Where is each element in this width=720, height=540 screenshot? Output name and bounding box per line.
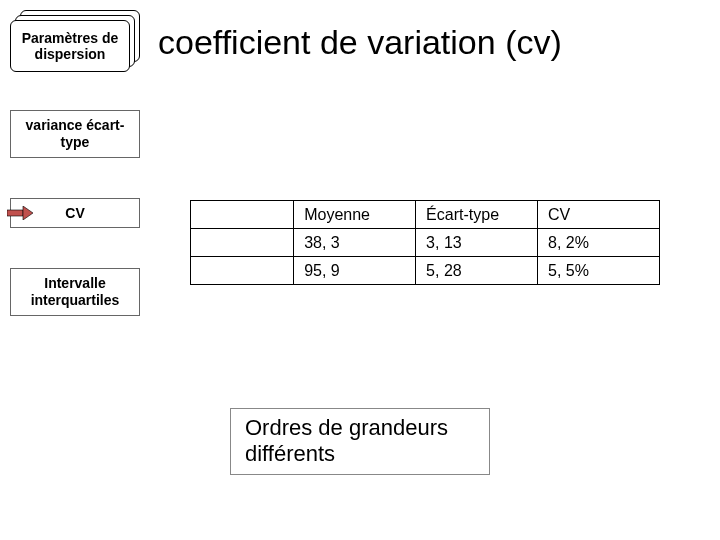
sidebar-item-label: CV (65, 205, 84, 221)
page-title: coefficient de variation (cv) (158, 23, 562, 62)
table-cell: 5, 5% (538, 257, 660, 285)
table-row: 38, 3 3, 13 8, 2% (191, 229, 660, 257)
sidebar: variance écart-type CV Intervalle interq… (10, 110, 140, 356)
stack-card-front: Paramètres de dispersion (10, 20, 130, 72)
table-cell-blank (191, 229, 294, 257)
svg-rect-0 (7, 210, 23, 216)
callout-box: Ordres de grandeurs différents (230, 408, 490, 475)
sidebar-item-iqr: Intervalle interquartiles (10, 268, 140, 316)
table-cell: 5, 28 (416, 257, 538, 285)
table-cell: 38, 3 (294, 229, 416, 257)
table-cell: 3, 13 (416, 229, 538, 257)
table-cell-blank (191, 257, 294, 285)
topic-card-stack: Paramètres de dispersion (10, 10, 140, 74)
data-table: Moyenne Écart-type CV 38, 3 3, 13 8, 2% … (190, 200, 660, 285)
sidebar-item-label: Intervalle interquartiles (31, 275, 120, 308)
table-row: Moyenne Écart-type CV (191, 201, 660, 229)
table-header: Moyenne (294, 201, 416, 229)
arrow-right-icon (7, 206, 33, 220)
table-cell: 95, 9 (294, 257, 416, 285)
table-cell: 8, 2% (538, 229, 660, 257)
table-cell-blank (191, 201, 294, 229)
table-header: CV (538, 201, 660, 229)
sidebar-item-label: variance écart-type (26, 117, 125, 150)
svg-marker-1 (23, 206, 33, 220)
stack-label: Paramètres de dispersion (15, 30, 125, 62)
table-header: Écart-type (416, 201, 538, 229)
sidebar-item-variance: variance écart-type (10, 110, 140, 158)
sidebar-item-cv: CV (10, 198, 140, 229)
table-row: 95, 9 5, 28 5, 5% (191, 257, 660, 285)
callout-text: Ordres de grandeurs différents (245, 415, 448, 466)
